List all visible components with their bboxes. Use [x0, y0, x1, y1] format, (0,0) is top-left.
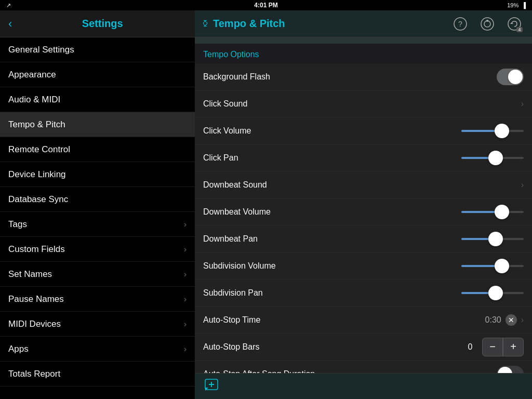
row-right-auto-stop-after-song	[497, 366, 524, 374]
row-label-click-volume: Click Volume	[203, 126, 251, 136]
toggle-background-flash[interactable]	[497, 69, 524, 85]
slider-track-subdivision-pan	[461, 292, 524, 294]
slider-click-pan[interactable]	[461, 157, 524, 159]
slider-subdivision-volume[interactable]	[461, 265, 524, 267]
slider-track-click-volume	[461, 130, 524, 132]
battery-icon: ▐	[522, 2, 526, 8]
sidebar-item-remote-control[interactable]: Remote Control	[0, 137, 195, 162]
settings-row-click-sound[interactable]: Click Sound›	[195, 90, 532, 117]
back-button[interactable]: ‹	[8, 17, 12, 31]
sidebar-item-database-sync[interactable]: Database Sync	[0, 187, 195, 212]
waveform-icon: ⧲	[203, 18, 208, 29]
sidebar-item-totals-report[interactable]: Totals Report	[0, 362, 195, 387]
sidebar-item-label-set-names: Set Names	[8, 269, 52, 280]
slider-thumb-subdivision-volume[interactable]	[495, 259, 509, 273]
sidebar-item-label-tempo-pitch: Tempo & Pitch	[8, 119, 65, 130]
toggle-knob-auto-stop-after-song	[498, 367, 512, 374]
status-bar: ↗ 4:01 PM 19% ▐	[0, 0, 532, 10]
settings-row-click-pan: Click Pan	[195, 144, 532, 171]
slider-click-volume[interactable]	[461, 130, 524, 132]
content-scroll[interactable]: Tempo Options Background FlashClick Soun…	[195, 44, 532, 373]
slider-track-click-pan	[461, 157, 524, 159]
settings-row-downbeat-pan: Downbeat Pan	[195, 225, 532, 252]
add-button[interactable]	[203, 376, 220, 396]
slider-downbeat-volume[interactable]	[461, 211, 524, 213]
stepper-auto-stop-bars: −+	[482, 338, 524, 356]
sidebar-item-tags[interactable]: Tags›	[0, 212, 195, 237]
stepper-minus-auto-stop-bars[interactable]: −	[482, 338, 503, 356]
row-label-click-pan: Click Pan	[203, 153, 238, 163]
row-right-downbeat-sound: ›	[521, 180, 524, 190]
sidebar-item-tempo-pitch[interactable]: Tempo & Pitch	[0, 112, 195, 137]
row-label-downbeat-sound: Downbeat Sound	[203, 180, 267, 190]
row-right-background-flash	[497, 69, 524, 85]
sidebar-item-label-database-sync: Database Sync	[8, 194, 68, 205]
slider-thumb-downbeat-volume[interactable]	[495, 205, 509, 219]
sidebar-item-label-totals-report: Totals Report	[8, 369, 60, 379]
settings-row-subdivision-pan: Subdivision Pan	[195, 280, 532, 307]
bottom-toolbar	[195, 373, 532, 399]
chevron-right-icon: ›	[521, 315, 524, 325]
slider-thumb-click-pan[interactable]	[488, 151, 503, 165]
knob-button[interactable]	[478, 15, 497, 33]
sidebar-item-audio-midi[interactable]: Audio & MIDI	[0, 87, 195, 112]
settings-row-click-volume: Click Volume	[195, 117, 532, 144]
sidebar-item-device-linking[interactable]: Device Linking	[0, 162, 195, 187]
status-bar-left: ↗	[6, 2, 11, 9]
top-scroll-area	[195, 37, 532, 44]
chevron-right-icon: ›	[184, 270, 187, 279]
sidebar-item-general-settings[interactable]: General Settings	[0, 37, 195, 62]
content-header: ⧲ Tempo & Pitch ?	[195, 10, 532, 37]
slider-thumb-subdivision-pan[interactable]	[488, 286, 503, 300]
slider-subdivision-pan[interactable]	[461, 292, 524, 294]
settings-row-downbeat-sound[interactable]: Downbeat Sound›	[195, 171, 532, 198]
undo-badge: 4	[516, 27, 523, 32]
row-label-auto-stop-time: Auto-Stop Time	[203, 315, 260, 325]
slider-thumb-click-volume[interactable]	[495, 124, 509, 138]
chevron-right-icon: ›	[184, 344, 187, 354]
clear-button-auto-stop-time[interactable]: ✕	[506, 314, 517, 326]
row-label-subdivision-volume: Subdivision Volume	[203, 261, 276, 271]
settings-row-background-flash: Background Flash	[195, 63, 532, 90]
sidebar-item-label-audio-midi: Audio & MIDI	[8, 95, 60, 105]
stepper-plus-auto-stop-bars[interactable]: +	[503, 338, 524, 356]
row-right-auto-stop-bars: 0−+	[462, 338, 524, 356]
svg-marker-6	[510, 22, 513, 24]
row-label-auto-stop-after-song: Auto-Stop After Song Duration	[203, 369, 315, 374]
chevron-right-icon: ›	[184, 245, 187, 254]
chevron-right-icon: ›	[184, 220, 187, 229]
chevron-right-icon: ›	[184, 295, 187, 304]
sidebar-header: ‹ Settings	[0, 10, 195, 37]
content-rows: Background FlashClick Sound›Click Volume…	[195, 63, 532, 373]
slider-downbeat-pan[interactable]	[461, 238, 524, 240]
main-content: ⧲ Tempo & Pitch ?	[195, 10, 532, 399]
sidebar-item-label-apps: Apps	[8, 344, 29, 354]
row-label-downbeat-pan: Downbeat Pan	[203, 234, 258, 244]
undo-button[interactable]: 4	[505, 15, 524, 33]
sidebar-item-label-custom-fields: Custom Fields	[8, 244, 65, 255]
sidebar-item-set-names[interactable]: Set Names›	[0, 262, 195, 287]
settings-row-downbeat-volume: Downbeat Volume	[195, 198, 532, 225]
slider-thumb-downbeat-pan[interactable]	[488, 232, 503, 246]
sidebar-item-custom-fields[interactable]: Custom Fields›	[0, 237, 195, 262]
toggle-knob-background-flash	[508, 70, 523, 84]
status-bar-right: 19% ▐	[507, 2, 526, 8]
status-time: 4:01 PM	[254, 2, 277, 9]
row-right-subdivision-pan	[461, 292, 524, 294]
row-right-subdivision-volume	[461, 265, 524, 267]
svg-point-4	[486, 20, 488, 22]
settings-row-auto-stop-time[interactable]: Auto-Stop Time0:30✕›	[195, 307, 532, 334]
sidebar-item-appearance[interactable]: Appearance	[0, 62, 195, 87]
sidebar-item-label-tags: Tags	[8, 219, 27, 230]
svg-text:?: ?	[458, 20, 462, 28]
toggle-auto-stop-after-song[interactable]	[497, 366, 524, 374]
settings-row-auto-stop-bars: Auto-Stop Bars0−+	[195, 334, 532, 361]
sidebar-item-pause-names[interactable]: Pause Names›	[0, 287, 195, 312]
row-right-downbeat-volume	[461, 211, 524, 213]
sidebar-item-apps[interactable]: Apps›	[0, 337, 195, 362]
help-button[interactable]: ?	[451, 15, 470, 33]
sidebar-item-midi-devices[interactable]: MIDI Devices›	[0, 312, 195, 337]
settings-row-auto-stop-after-song: Auto-Stop After Song Duration	[195, 361, 532, 373]
row-label-subdivision-pan: Subdivision Pan	[203, 288, 263, 298]
content-header-right: ? 4	[451, 15, 524, 33]
